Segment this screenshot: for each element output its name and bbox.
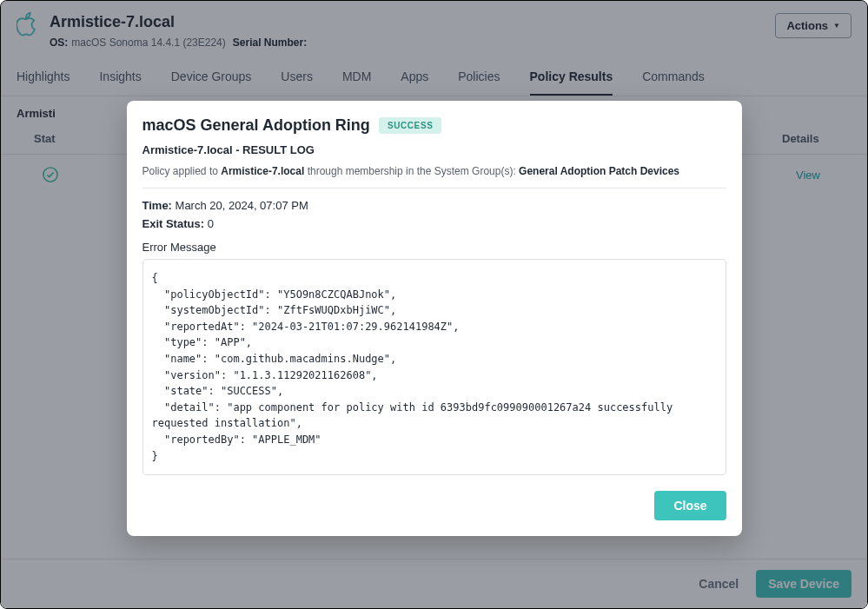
modal-title: macOS General Adoption Ring [142,116,370,135]
error-message-label: Error Message [142,241,726,254]
status-badge: SUCCESS [379,117,442,134]
applied-device: Armistice-7.local [221,165,304,177]
exit-value: 0 [208,217,214,230]
time-value: March 20, 2024, 07:07 PM [176,199,308,212]
applied-mid: through membership in the System Group(s… [308,165,516,177]
result-log-modal: macOS General Adoption Ring SUCCESS Armi… [127,101,742,536]
close-button[interactable]: Close [654,491,726,520]
policy-applied-line: Policy applied to Armistice-7.local thro… [142,163,726,189]
exit-status-row: Exit Status: 0 [142,217,726,230]
modal-overlay[interactable]: macOS General Adoption Ring SUCCESS Armi… [1,1,867,608]
applied-prefix: Policy applied to [142,165,218,177]
time-row: Time: March 20, 2024, 07:07 PM [142,199,726,212]
error-message-body[interactable]: { "policyObjectId": "Y5O9n8CZCQABJnok", … [142,259,726,475]
exit-label: Exit Status: [142,217,205,230]
time-label: Time: [142,199,172,212]
modal-subtitle: Armistice-7.local - RESULT LOG [142,143,726,156]
applied-groups: General Adoption Patch Devices [519,165,679,177]
